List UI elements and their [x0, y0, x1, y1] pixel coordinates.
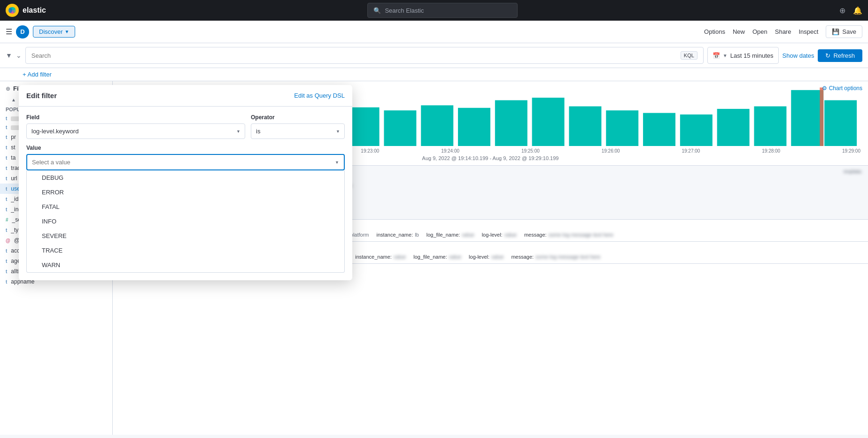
new-button[interactable]: New [733, 28, 745, 35]
svg-point-4 [12, 8, 16, 13]
brand-name: elastic [23, 6, 46, 15]
top-nav: elastic 🔍 Search Elastic ⊕ 🔔 [0, 0, 868, 21]
save-icon: 💾 [832, 28, 839, 35]
add-filter-button[interactable]: + Add filter [23, 71, 52, 78]
search-row: ▼ ⌄ KQL 📅 ▼ Last 15 minutes Show dates ↻… [0, 43, 868, 68]
hamburger-menu[interactable]: ☰ [6, 27, 12, 36]
operator-select-value: is [256, 128, 260, 135]
open-button[interactable]: Open [752, 28, 767, 35]
field-select-wrapper: log-level.keyword [26, 123, 245, 139]
save-label: Save [842, 28, 856, 35]
dropdown-option-info[interactable]: INFO [27, 214, 344, 229]
modal-fields: Field log-level.keyword Operator is [26, 114, 345, 139]
secondary-nav-right: Options New Open Share Inspect 💾 Save [704, 25, 862, 38]
inspect-button[interactable]: Inspect [798, 28, 818, 35]
show-dates-button[interactable]: Show dates [783, 52, 814, 59]
refresh-button[interactable]: ↻ Refresh [818, 49, 862, 62]
time-label: Last 15 minutes [730, 52, 774, 59]
modal-header: Edit filter Edit as Query DSL [19, 85, 352, 107]
svg-point-3 [8, 8, 12, 13]
edit-filter-modal: Edit filter Edit as Query DSL Field log-… [19, 85, 352, 280]
discover-label: Discover [39, 28, 63, 35]
discover-button[interactable]: Discover ▼ [33, 26, 75, 38]
value-select-wrapper: ▼ [26, 154, 345, 170]
dropdown-option-error[interactable]: ERROR [27, 185, 344, 200]
refresh-icon: ↻ [825, 52, 830, 59]
dropdown-list: DEBUG ERROR FATAL INFO SEVERE TRACE WARN [26, 170, 345, 273]
save-button[interactable]: 💾 Save [826, 25, 862, 38]
dropdown-option-severe[interactable]: SEVERE [27, 229, 344, 243]
modal-overlay: Edit filter Edit as Query DSL Field log-… [0, 81, 868, 435]
search-icon: 🔍 [373, 7, 381, 14]
operator-selector: Operator is [251, 114, 345, 139]
dropdown-option-warn[interactable]: WARN [27, 258, 344, 272]
bell-icon[interactable]: 🔔 [853, 6, 862, 15]
dropdown-option-fatal[interactable]: FATAL [27, 200, 344, 214]
main-layout: ⊕ Filters ▲ Popular t t t pr t st t ta t [0, 81, 868, 435]
kql-badge[interactable]: KQL [681, 51, 698, 60]
help-icon[interactable]: ⊕ [839, 6, 845, 15]
time-picker[interactable]: 📅 ▼ Last 15 minutes [707, 47, 779, 64]
field-select[interactable]: log-level.keyword [26, 123, 245, 139]
index-pattern-expand[interactable]: ⌄ [16, 52, 22, 59]
chevron-down-icon: ▼ [65, 29, 70, 34]
operator-select-wrapper: is [251, 123, 345, 139]
value-label: Value [26, 145, 345, 151]
modal-body: Field log-level.keyword Operator is [19, 107, 352, 280]
search-placeholder: Search Elastic [385, 7, 424, 14]
elastic-logo: elastic [6, 4, 46, 17]
global-search-bar[interactable]: 🔍 Search Elastic [367, 3, 518, 18]
field-label: Field [26, 114, 245, 121]
dropdown-option-debug[interactable]: DEBUG [27, 170, 344, 185]
refresh-label: Refresh [833, 52, 855, 59]
share-button[interactable]: Share [775, 28, 791, 35]
search-input[interactable] [31, 52, 681, 59]
field-selector: Field log-level.keyword [26, 114, 245, 139]
calendar-icon: 📅 [713, 52, 720, 59]
operator-label: Operator [251, 114, 345, 121]
secondary-nav-left: ☰ D Discover ▼ [6, 25, 75, 38]
operator-select[interactable]: is [251, 123, 345, 139]
dropdown-option-trace[interactable]: TRACE [27, 243, 344, 258]
value-input[interactable] [27, 155, 344, 169]
top-nav-left: elastic [6, 4, 46, 17]
app-badge: D [16, 25, 29, 38]
top-nav-right: ⊕ 🔔 [839, 6, 862, 15]
edit-query-dsl-button[interactable]: Edit as Query DSL [294, 92, 345, 99]
modal-title: Edit filter [26, 92, 57, 100]
search-input-wrapper: KQL [25, 47, 704, 64]
index-pattern-icon: ▼ [6, 52, 12, 59]
field-select-value: log-level.keyword [31, 128, 78, 135]
options-button[interactable]: Options [704, 28, 725, 35]
filter-row: + Add filter [0, 68, 868, 81]
secondary-nav: ☰ D Discover ▼ Options New Open Share In… [0, 21, 868, 43]
time-picker-expand: ▼ [723, 53, 728, 58]
